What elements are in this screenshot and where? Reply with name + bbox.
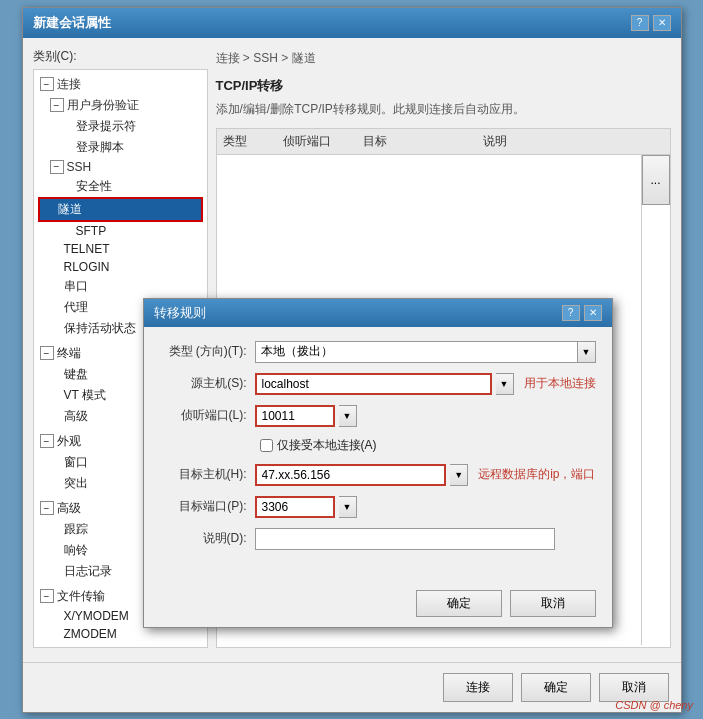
- only-local-row: 仅接受本地连接(A): [160, 437, 596, 454]
- tree-label-xymodem: X/YMODEM: [64, 609, 129, 623]
- target-host-input[interactable]: [255, 464, 447, 486]
- title-bar: 新建会话属性 ? ✕: [23, 8, 681, 38]
- tree-label-window: 窗口: [64, 454, 88, 471]
- tree-item-sftp[interactable]: SFTP: [38, 222, 203, 240]
- target-host-row: 目标主机(H): ▼ 远程数据库的ip，端口: [160, 464, 596, 486]
- expander-filetransfer[interactable]: −: [40, 589, 54, 603]
- sub-dialog-body: 类型 (方向)(T): ▼ 源主机(S): ▼ 用于本地连接 侦听端口(L):: [144, 327, 612, 574]
- tree-label-keyboard: 键盘: [64, 366, 88, 383]
- listen-port-dropdown-btn[interactable]: ▼: [339, 405, 357, 427]
- breadcrumb: 连接 > SSH > 隧道: [216, 48, 671, 69]
- sub-dialog-footer: 确定 取消: [144, 580, 612, 627]
- only-local-label[interactable]: 仅接受本地连接(A): [277, 437, 377, 454]
- sub-dialog-title: 转移规则: [154, 304, 206, 322]
- tree-label-login-script: 登录脚本: [76, 139, 124, 156]
- listen-port-row: 侦听端口(L): ▼: [160, 405, 596, 427]
- tree-label-terminal: 终端: [57, 345, 81, 362]
- watermark: CSDN @ cheny: [615, 699, 693, 711]
- tree-item-serial[interactable]: 串口: [38, 276, 203, 297]
- expander-connect[interactable]: −: [40, 77, 54, 91]
- source-host-hint: 用于本地连接: [524, 375, 596, 392]
- target-port-label: 目标端口(P):: [160, 498, 255, 515]
- tree-label-tunnel: 隧道: [58, 201, 82, 218]
- transfer-rule-dialog: 转移规则 ? ✕ 类型 (方向)(T): ▼ 源主机(S): ▼: [143, 298, 613, 628]
- tree-item-security[interactable]: 安全性: [38, 176, 203, 197]
- source-host-input[interactable]: [255, 373, 492, 395]
- expander-appearance[interactable]: −: [40, 434, 54, 448]
- expander-terminal[interactable]: −: [40, 346, 54, 360]
- sub-title-bar: 转移规则 ? ✕: [144, 299, 612, 327]
- expander-advanced2[interactable]: −: [40, 501, 54, 515]
- source-host-wrap: ▼ 用于本地连接: [255, 373, 596, 395]
- tree-label-telnet: TELNET: [64, 242, 110, 256]
- sub-cancel-button[interactable]: 取消: [510, 590, 596, 617]
- tree-label-tracking: 跟踪: [64, 521, 88, 538]
- tree-label-bell: 响铃: [64, 542, 88, 559]
- desc-label: 说明(D):: [160, 530, 255, 547]
- table-header: 类型 侦听端口 目标 说明: [217, 129, 670, 155]
- target-host-hint: 远程数据库的ip，端口: [478, 466, 595, 483]
- desc-input[interactable]: [255, 528, 555, 550]
- tree-label-login-prompt: 登录提示符: [76, 118, 136, 135]
- dialog-footer: 连接 确定 取消: [23, 662, 681, 712]
- tree-label-proxy: 代理: [64, 299, 88, 316]
- target-host-label: 目标主机(H):: [160, 466, 255, 483]
- tree-label-rlogin: RLOGIN: [64, 260, 110, 274]
- tree-label-auth: 用户身份验证: [67, 97, 139, 114]
- sub-ok-button[interactable]: 确定: [416, 590, 502, 617]
- tree-label-security: 安全性: [76, 178, 112, 195]
- sub-close-button[interactable]: ✕: [584, 305, 602, 321]
- cancel-button[interactable]: 取消: [599, 673, 669, 702]
- listen-port-input[interactable]: [255, 405, 335, 427]
- source-host-row: 源主机(S): ▼ 用于本地连接: [160, 373, 596, 395]
- col-listen-port: 侦听端口: [283, 133, 363, 150]
- tree-label-advanced2: 高级: [57, 500, 81, 517]
- type-dropdown-btn[interactable]: ▼: [578, 341, 596, 363]
- type-label: 类型 (方向)(T):: [160, 343, 255, 360]
- tree-label-appearance: 外观: [57, 433, 81, 450]
- source-host-label: 源主机(S):: [160, 375, 255, 392]
- close-button[interactable]: ✕: [653, 15, 671, 31]
- col-desc: 说明: [483, 133, 664, 150]
- tree-label-connect: 连接: [57, 76, 81, 93]
- sub-help-button[interactable]: ?: [562, 305, 580, 321]
- section-title: TCP/IP转移: [216, 77, 671, 95]
- source-host-dropdown-btn[interactable]: ▼: [496, 373, 514, 395]
- target-port-dropdown-btn[interactable]: ▼: [339, 496, 357, 518]
- tree-label-zmodem: ZMODEM: [64, 627, 117, 641]
- expander-auth[interactable]: −: [50, 98, 64, 112]
- tree-item-telnet[interactable]: TELNET: [38, 240, 203, 258]
- type-row: 类型 (方向)(T): ▼: [160, 341, 596, 363]
- target-port-row: 目标端口(P): ▼: [160, 496, 596, 518]
- ellipsis-button[interactable]: ...: [642, 155, 670, 205]
- expander-ssh[interactable]: −: [50, 160, 64, 174]
- tree-item-ssh[interactable]: − SSH: [38, 158, 203, 176]
- listen-port-wrap: ▼: [255, 405, 596, 427]
- side-buttons: ...: [641, 155, 670, 645]
- category-label: 类别(C):: [33, 48, 208, 65]
- help-button[interactable]: ?: [631, 15, 649, 31]
- section-desc: 添加/编辑/删除TCP/IP转移规则。此规则连接后自动应用。: [216, 101, 671, 118]
- listen-port-label: 侦听端口(L):: [160, 407, 255, 424]
- only-local-checkbox[interactable]: [260, 439, 273, 452]
- target-host-wrap: ▼ 远程数据库的ip，端口: [255, 464, 596, 486]
- tree-label-vt-mode: VT 模式: [64, 387, 106, 404]
- tree-item-login-prompt[interactable]: 登录提示符: [38, 116, 203, 137]
- tree-item-connect[interactable]: − 连接: [38, 74, 203, 95]
- tree-item-login-script[interactable]: 登录脚本: [38, 137, 203, 158]
- ok-button[interactable]: 确定: [521, 673, 591, 702]
- type-input[interactable]: [255, 341, 578, 363]
- target-host-dropdown-btn[interactable]: ▼: [450, 464, 468, 486]
- tree-label-ssh: SSH: [67, 160, 92, 174]
- connect-button[interactable]: 连接: [443, 673, 513, 702]
- type-dropdown-wrap: ▼: [255, 341, 596, 363]
- target-port-wrap: ▼: [255, 496, 596, 518]
- target-port-input[interactable]: [255, 496, 335, 518]
- tree-label-serial: 串口: [64, 278, 88, 295]
- desc-row: 说明(D):: [160, 528, 596, 550]
- tree-item-rlogin[interactable]: RLOGIN: [38, 258, 203, 276]
- col-target: 目标: [363, 133, 483, 150]
- tree-item-tunnel[interactable]: 隧道: [38, 197, 203, 222]
- title-controls: ? ✕: [631, 15, 671, 31]
- tree-item-auth[interactable]: − 用户身份验证: [38, 95, 203, 116]
